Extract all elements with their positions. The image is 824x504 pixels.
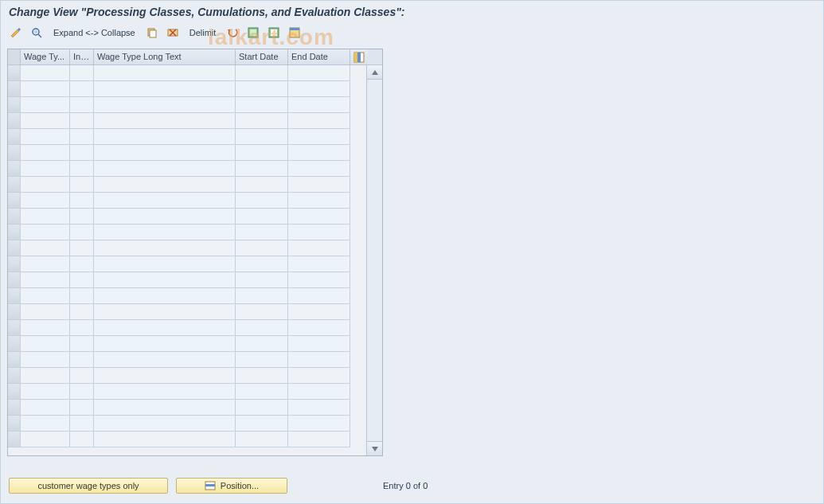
cell[interactable]	[288, 145, 350, 161]
cell[interactable]	[70, 384, 94, 400]
table-config-button[interactable]	[350, 49, 368, 64]
row-selector[interactable]	[8, 177, 21, 193]
row-selector[interactable]	[8, 225, 21, 240]
cell[interactable]	[288, 320, 350, 336]
cell[interactable]	[288, 209, 350, 225]
cell[interactable]	[70, 209, 94, 225]
vertical-scrollbar[interactable]	[366, 65, 382, 455]
cell[interactable]	[21, 177, 70, 193]
cell[interactable]	[236, 129, 288, 145]
table-row[interactable]	[8, 400, 366, 416]
row-selector-header[interactable]	[8, 49, 21, 64]
cell[interactable]	[236, 336, 288, 352]
cell[interactable]	[288, 304, 350, 320]
cell[interactable]	[288, 225, 350, 240]
cell[interactable]	[94, 225, 236, 240]
cell[interactable]	[21, 225, 70, 240]
cell[interactable]	[21, 256, 70, 272]
cell[interactable]	[21, 368, 70, 384]
cell[interactable]	[21, 304, 70, 320]
cell[interactable]	[70, 193, 94, 209]
table-row[interactable]	[8, 320, 366, 336]
cell[interactable]	[94, 145, 236, 161]
cell[interactable]	[70, 65, 94, 81]
cell[interactable]	[288, 432, 350, 447]
table-row[interactable]	[8, 416, 366, 432]
cell[interactable]	[236, 256, 288, 272]
expand-collapse-button[interactable]: Expand <-> Collapse	[49, 25, 140, 41]
cell[interactable]	[236, 81, 288, 97]
cell[interactable]	[94, 81, 236, 97]
cell[interactable]	[94, 288, 236, 304]
col-header-start-date[interactable]: Start Date	[236, 49, 288, 64]
scroll-track[interactable]	[367, 80, 382, 441]
row-selector[interactable]	[8, 384, 21, 400]
cell[interactable]	[21, 161, 70, 177]
cell[interactable]	[70, 177, 94, 193]
cell[interactable]	[236, 384, 288, 400]
cell[interactable]	[94, 65, 236, 81]
cell[interactable]	[70, 336, 94, 352]
row-selector[interactable]	[8, 113, 21, 129]
cell[interactable]	[236, 209, 288, 225]
cell[interactable]	[70, 288, 94, 304]
cell[interactable]	[70, 304, 94, 320]
col-header-inf[interactable]: Inf...	[70, 49, 94, 64]
cell[interactable]	[70, 352, 94, 368]
cell[interactable]	[94, 240, 236, 256]
row-selector[interactable]	[8, 304, 21, 320]
row-selector[interactable]	[8, 129, 21, 145]
cell[interactable]	[21, 336, 70, 352]
cell[interactable]	[94, 113, 236, 129]
cell[interactable]	[236, 240, 288, 256]
cell[interactable]	[236, 432, 288, 447]
table-row[interactable]	[8, 129, 366, 145]
col-header-wage-type[interactable]: Wage Ty...	[21, 49, 70, 64]
cell[interactable]	[21, 288, 70, 304]
row-selector[interactable]	[8, 65, 21, 81]
table-row[interactable]	[8, 225, 366, 240]
cell[interactable]	[236, 304, 288, 320]
row-selector[interactable]	[8, 288, 21, 304]
row-selector[interactable]	[8, 193, 21, 209]
cell[interactable]	[94, 209, 236, 225]
cell[interactable]	[70, 272, 94, 288]
cell[interactable]	[288, 384, 350, 400]
cell[interactable]	[236, 161, 288, 177]
cell[interactable]	[21, 432, 70, 447]
cell[interactable]	[94, 304, 236, 320]
cell[interactable]	[288, 161, 350, 177]
table-row[interactable]	[8, 81, 366, 97]
table-row[interactable]	[8, 304, 366, 320]
cell[interactable]	[94, 432, 236, 447]
row-selector[interactable]	[8, 81, 21, 97]
cell[interactable]	[236, 272, 288, 288]
cell[interactable]	[70, 432, 94, 447]
cell[interactable]	[21, 272, 70, 288]
row-selector[interactable]	[8, 272, 21, 288]
cell[interactable]	[288, 272, 350, 288]
table-row[interactable]	[8, 432, 366, 447]
cell[interactable]	[70, 225, 94, 240]
cell[interactable]	[21, 97, 70, 113]
cell[interactable]	[288, 177, 350, 193]
table-row[interactable]	[8, 384, 366, 400]
cell[interactable]	[94, 272, 236, 288]
scroll-up-button[interactable]	[367, 65, 382, 80]
row-selector[interactable]	[8, 209, 21, 225]
table-row[interactable]	[8, 177, 366, 193]
deselect-all-button[interactable]	[265, 25, 283, 41]
cell[interactable]	[21, 320, 70, 336]
cell[interactable]	[94, 97, 236, 113]
table-row[interactable]	[8, 145, 366, 161]
cell[interactable]	[236, 145, 288, 161]
cell[interactable]	[21, 65, 70, 81]
cell[interactable]	[236, 400, 288, 416]
cell[interactable]	[21, 400, 70, 416]
cell[interactable]	[288, 336, 350, 352]
cell[interactable]	[236, 177, 288, 193]
cell[interactable]	[94, 384, 236, 400]
cell[interactable]	[288, 113, 350, 129]
row-selector[interactable]	[8, 256, 21, 272]
cell[interactable]	[94, 400, 236, 416]
